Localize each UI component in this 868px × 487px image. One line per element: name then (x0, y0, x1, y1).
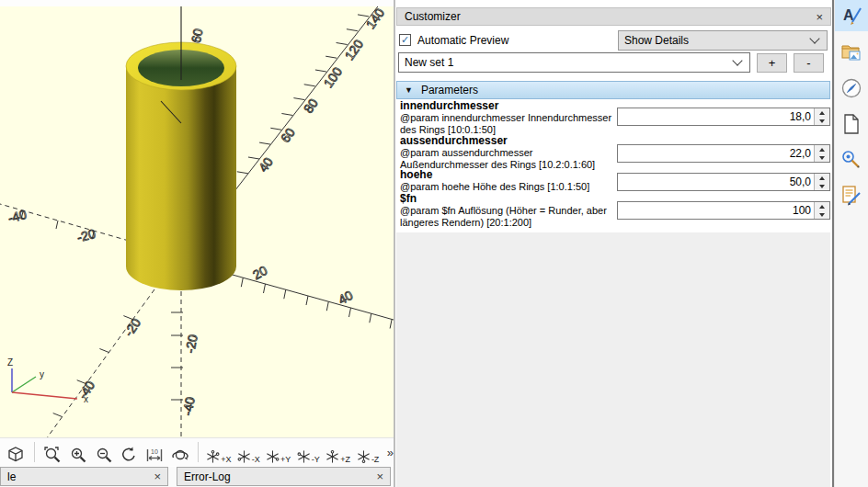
add-preset-button[interactable]: + (757, 53, 787, 73)
spin-up-button[interactable] (815, 145, 829, 153)
param-aussendurchmesser-spinbox[interactable]: 22,0 (617, 144, 830, 163)
error-log-dock-header[interactable]: Error-Log × (177, 467, 391, 486)
spin-up-button[interactable] (815, 174, 829, 182)
toolbar-overflow-button[interactable]: » (387, 446, 394, 459)
param-name: hoehe (400, 169, 432, 181)
customizer-panel: Customizer × ✓ Automatic Preview Show De… (395, 0, 832, 487)
compass-button[interactable] (837, 74, 866, 103)
y-axis-label-60: 60 (278, 125, 298, 145)
view-minus-y-button[interactable]: -Y (295, 440, 320, 464)
triangle-down-icon (819, 185, 825, 188)
preset-dropdown[interactable]: New set 1 (398, 52, 750, 73)
y-axis-label-120: 120 (342, 37, 367, 62)
preset-dropdown-value: New set 1 (399, 56, 734, 69)
3d-viewport: 40 60 80 100 120 140 20 40 -20 -40 -20 -… (0, 0, 394, 487)
zoom-window-button[interactable] (42, 440, 63, 464)
parameters-section-header[interactable]: ▼ Parameters (396, 81, 830, 99)
spinbox-arrows (814, 174, 829, 190)
console-dock-title: le (7, 470, 16, 483)
checkmark-icon: ✓ (401, 34, 409, 46)
spinbox-value[interactable]: 100 (618, 202, 814, 219)
triad-y-label: y (40, 369, 44, 379)
3d-scene: 40 60 80 100 120 140 20 40 -20 -40 -20 -… (0, 6, 394, 437)
triad-z-label: Z (7, 357, 13, 368)
customizer-empty-area (396, 232, 830, 487)
zoom-out-button[interactable] (93, 440, 114, 464)
zoom-to-fit-button[interactable]: 10 (144, 440, 166, 464)
y-axis-label-100: 100 (321, 64, 346, 90)
spinbox-arrows (814, 202, 829, 219)
zoom-in-button[interactable] (67, 440, 88, 464)
triangle-up-icon (819, 111, 825, 115)
axis-button-label: -Z (371, 455, 380, 464)
text-style-button[interactable]: A (835, 0, 868, 31)
reset-view-button[interactable] (119, 440, 140, 464)
spinbox-value[interactable]: 50,0 (618, 174, 814, 190)
param-description: @param innendurchmesser Innendurchmesser… (400, 112, 617, 136)
triangle-down-icon (819, 213, 825, 217)
spinbox-arrows (814, 108, 829, 125)
spin-down-button[interactable] (815, 153, 829, 162)
remove-preset-button[interactable]: - (794, 53, 824, 73)
annotate-document-button[interactable] (837, 181, 866, 210)
3d-canvas[interactable]: 40 60 80 100 120 140 20 40 -20 -40 -20 -… (0, 6, 394, 437)
axis-button-label: +Z (340, 455, 350, 464)
automatic-preview-checkbox[interactable]: ✓ (399, 34, 411, 46)
triangle-up-icon (819, 176, 825, 180)
view-minus-z-button[interactable]: -Z (355, 440, 380, 464)
param-description: @param $fn Auflösung (Höher = Runder, ab… (400, 205, 617, 229)
preview-edit-button[interactable] (837, 145, 866, 175)
spin-up-button[interactable] (815, 202, 829, 210)
toolbar-separator (198, 442, 199, 462)
neg-x-label-20: -20 (75, 226, 97, 245)
view-plus-x-button[interactable]: +X (206, 440, 231, 464)
triangle-down-icon (819, 119, 825, 123)
toolbar-separator (34, 442, 35, 462)
view-plus-z-button[interactable]: +Z (326, 440, 350, 464)
spin-down-button[interactable] (815, 182, 829, 190)
close-icon[interactable]: × (816, 10, 823, 24)
view-all-button[interactable] (6, 440, 27, 464)
param-innendurchmesser-spinbox[interactable]: 18,0 (617, 108, 830, 126)
close-icon[interactable]: × (154, 470, 161, 482)
view-toolbar: 10 +X -X (0, 437, 394, 466)
param-fn-spinbox[interactable]: 100 (617, 201, 830, 220)
chevron-down-icon (732, 55, 742, 65)
neg-z-label-20: -20 (182, 334, 200, 355)
axis-button-label: -Y (312, 455, 320, 464)
param-name: $fn (400, 193, 417, 205)
triangle-down-icon (819, 156, 825, 160)
parameters-header-label: Parameters (421, 84, 478, 96)
x-axis-label-20: 20 (250, 263, 269, 283)
axis-button-label: -X (252, 455, 260, 464)
spinbox-value[interactable]: 22,0 (618, 145, 814, 162)
view-minus-x-button[interactable]: -X (236, 440, 261, 464)
axis-button-label: +X (221, 455, 231, 464)
spin-down-button[interactable] (815, 210, 829, 219)
view-plus-y-button[interactable]: +Y (266, 440, 291, 464)
param-hoehe-spinbox[interactable]: 50,0 (617, 173, 830, 191)
details-dropdown[interactable]: Show Details (618, 30, 828, 51)
y-axis-label-80: 80 (301, 96, 321, 116)
y-axis-label-40: 40 (256, 154, 276, 175)
axis-button-label: +Y (280, 455, 291, 464)
neg-x-label-40: -40 (6, 207, 29, 226)
close-icon[interactable]: × (376, 470, 383, 482)
automatic-preview-label: Automatic Preview (417, 34, 508, 47)
bottom-dock-headers: le × Error-Log × (0, 467, 394, 487)
customizer-title: Customizer (405, 10, 461, 23)
view-rotate-button[interactable] (169, 440, 190, 464)
image-library-button[interactable] (837, 38, 866, 67)
console-dock-header[interactable]: le × (0, 467, 168, 486)
spin-down-button[interactable] (815, 117, 829, 125)
customizer-titlebar: Customizer × (396, 7, 831, 26)
new-document-button[interactable] (837, 109, 866, 139)
param-name: aussendurchmesser (400, 135, 508, 147)
right-icon-strip: A (835, 0, 868, 487)
spin-up-button[interactable] (815, 108, 829, 117)
neg-y-label-20: -20 (121, 315, 144, 339)
y-axis-label-140: 140 (363, 6, 388, 31)
spinbox-value[interactable]: 18,0 (618, 108, 814, 125)
parameters-list: innendurchmesser @param innendurchmesser… (396, 99, 830, 232)
triangle-up-icon (819, 205, 825, 209)
